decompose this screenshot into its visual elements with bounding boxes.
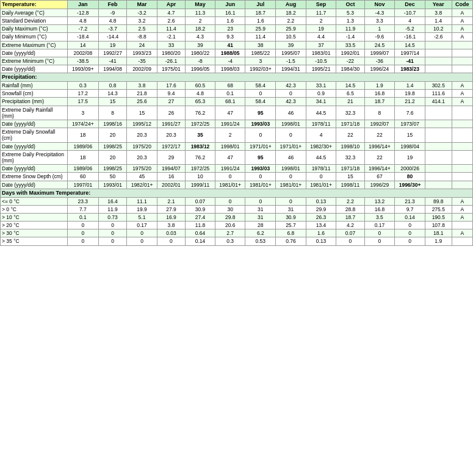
cell-value: 1975/20 bbox=[127, 165, 157, 173]
cell-value: 17.5 bbox=[67, 98, 98, 106]
cell-value: 2 bbox=[306, 16, 336, 24]
cell-value: 1994/08 bbox=[98, 65, 126, 73]
cell-value: 2002/09 bbox=[127, 65, 157, 73]
cell-value: 107.8 bbox=[425, 222, 452, 229]
cell-value: 29 bbox=[157, 150, 185, 164]
cell-value: 0 bbox=[276, 90, 306, 98]
cell-value: 8 bbox=[364, 106, 395, 120]
cell-value: 33 bbox=[157, 41, 185, 49]
cell-value: 26.3 bbox=[306, 213, 336, 221]
cell-value bbox=[452, 222, 472, 229]
col-nov: Nov bbox=[364, 1, 395, 9]
cell-value: 34.1 bbox=[306, 98, 336, 106]
row-label: > 30 °C bbox=[1, 229, 68, 237]
cell-value: 60.5 bbox=[186, 82, 215, 90]
col-apr: Apr bbox=[157, 1, 185, 9]
cell-value: 1974/24+ bbox=[67, 120, 98, 128]
col-mar: Mar bbox=[127, 1, 157, 9]
cell-value: 4.2 bbox=[336, 222, 364, 229]
cell-value: 0.17 bbox=[364, 222, 395, 229]
cell-value: A bbox=[452, 197, 472, 205]
row-label: Standard Deviation bbox=[1, 16, 68, 24]
cell-value: 2.1 bbox=[157, 197, 185, 205]
cell-value: 0.53 bbox=[245, 237, 276, 245]
cell-value: 39 bbox=[276, 41, 306, 49]
cell-value bbox=[425, 150, 452, 164]
cell-value: 25.9 bbox=[276, 25, 306, 33]
cell-value bbox=[452, 173, 472, 181]
cell-value: 1971/18 bbox=[336, 165, 364, 173]
cell-value: 0.1 bbox=[215, 90, 245, 98]
cell-value: 0.14 bbox=[186, 237, 215, 245]
cell-value: 0 bbox=[395, 237, 425, 245]
cell-value: 19 bbox=[306, 25, 336, 33]
cell-value: 1981/01+ bbox=[276, 181, 306, 189]
cell-value: -3.2 bbox=[127, 9, 157, 16]
cell-value: 2002/08 bbox=[67, 49, 98, 57]
cell-value: 18 bbox=[67, 150, 98, 164]
cell-value: 19.9 bbox=[127, 205, 157, 213]
cell-value: 1984/30 bbox=[336, 65, 364, 73]
cell-value bbox=[425, 165, 452, 173]
cell-value: 0.73 bbox=[98, 213, 126, 221]
cell-value: 26 bbox=[157, 106, 185, 120]
cell-value bbox=[452, 65, 472, 73]
cell-value: 1981/01+ bbox=[306, 181, 336, 189]
cell-value: 1994/07 bbox=[157, 165, 185, 173]
cell-value: 11.8 bbox=[186, 222, 215, 229]
cell-value: 13.2 bbox=[364, 197, 395, 205]
cell-value: 18.7 bbox=[364, 98, 395, 106]
cell-value: 0.3 bbox=[67, 82, 98, 90]
cell-value: 0 bbox=[276, 128, 306, 142]
cell-value bbox=[425, 41, 452, 49]
cell-value: 1995/12 bbox=[127, 120, 157, 128]
cell-value: 18.1 bbox=[425, 229, 452, 237]
cell-value: A bbox=[452, 25, 472, 33]
cell-value: 1982/30+ bbox=[306, 142, 336, 150]
cell-value: 27 bbox=[157, 98, 185, 106]
cell-value: 7.6 bbox=[395, 106, 425, 120]
row-label: > 10 °C bbox=[1, 213, 68, 221]
cell-value: 3.3 bbox=[364, 16, 395, 24]
cell-value bbox=[452, 106, 472, 120]
cell-value: 44.5 bbox=[306, 150, 336, 164]
cell-value: 11.4 bbox=[157, 25, 185, 33]
cell-value: 2.5 bbox=[127, 25, 157, 33]
data-row: > 30 °C0000.030.642.76.26.81.60.070018.1… bbox=[1, 229, 473, 237]
cell-value: 11.4 bbox=[245, 33, 276, 41]
cell-value: 1.6 bbox=[306, 229, 336, 237]
cell-value: A bbox=[452, 229, 472, 237]
cell-value: 25.6 bbox=[127, 98, 157, 106]
cell-value: 0 bbox=[245, 173, 276, 181]
cell-value: 0 bbox=[67, 229, 98, 237]
cell-value: 15 bbox=[127, 106, 157, 120]
cell-value: 1992/27 bbox=[98, 49, 126, 57]
cell-value: 0.3 bbox=[215, 237, 245, 245]
cell-value: 24 bbox=[127, 41, 157, 49]
row-label: Extreme Snow Depth (cm) bbox=[1, 173, 68, 181]
cell-value: 1999/11 bbox=[186, 181, 215, 189]
cell-value: 27.4 bbox=[186, 213, 215, 221]
cell-value bbox=[425, 49, 452, 57]
cell-value: 0 bbox=[215, 173, 245, 181]
cell-value: 14.5 bbox=[336, 82, 364, 90]
cell-value: 0.8 bbox=[98, 82, 126, 90]
cell-value: 4.8 bbox=[98, 16, 126, 24]
cell-value: 44.5 bbox=[306, 106, 336, 120]
cell-value: 0 bbox=[364, 229, 395, 237]
cell-value: 4.8 bbox=[186, 90, 215, 98]
cell-value: 0.14 bbox=[395, 213, 425, 221]
data-row: Rainfall (mm)0.30.83.817.660.56858.442.3… bbox=[1, 82, 473, 90]
cell-value: 9.3 bbox=[215, 33, 245, 41]
col-jun: Jun bbox=[215, 1, 245, 9]
cell-value: 22 bbox=[364, 150, 395, 164]
cell-value: A bbox=[452, 82, 472, 90]
data-row: Extreme Daily Rainfall (mm)38152676.2479… bbox=[1, 106, 473, 120]
cell-value: 1978/11 bbox=[306, 120, 336, 128]
cell-value: 58.4 bbox=[245, 98, 276, 106]
cell-value: 19 bbox=[395, 150, 425, 164]
cell-value: 302.5 bbox=[425, 82, 452, 90]
cell-value: 3.8 bbox=[127, 82, 157, 90]
cell-value: 95 bbox=[245, 150, 276, 164]
cell-value: 1998/01 bbox=[215, 142, 245, 150]
